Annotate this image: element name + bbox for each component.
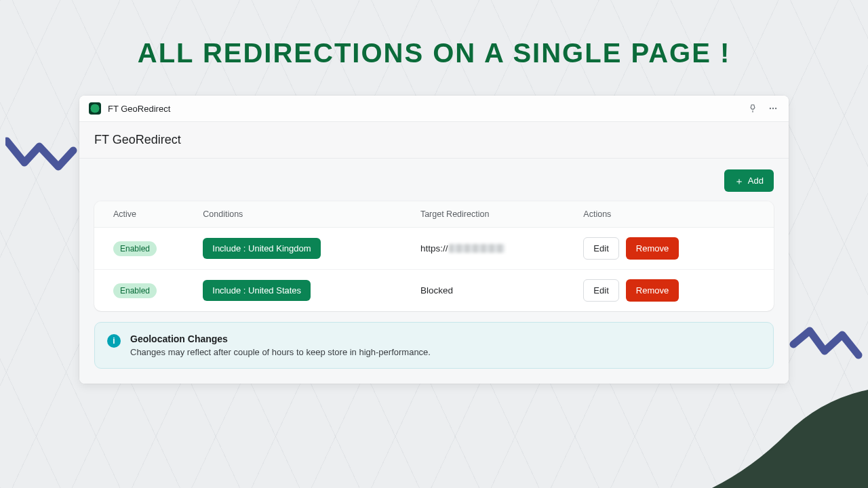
svg-point-1 (772, 108, 774, 109)
page-title: FT GeoRedirect (79, 122, 789, 159)
edit-button[interactable]: Edit (583, 279, 618, 302)
column-header-conditions: Conditions (189, 201, 407, 228)
column-header-target: Target Redirection (407, 201, 570, 228)
redirections-table-card: Active Conditions Target Redirection Act… (94, 201, 774, 311)
app-window: FT GeoRedirect FT GeoRedirect ＋ Add Acti… (79, 96, 789, 384)
remove-button[interactable]: Remove (626, 237, 679, 260)
column-header-actions: Actions (570, 201, 774, 228)
svg-point-0 (770, 108, 771, 109)
table-row: Enabled Include : United States Blocked … (94, 270, 774, 312)
svg-point-2 (775, 108, 776, 109)
target-url-obscured (449, 244, 505, 253)
condition-badge: Include : United Kingdom (203, 238, 320, 259)
redirections-table: Active Conditions Target Redirection Act… (94, 201, 774, 311)
target-url-prefix: https:// (420, 243, 448, 253)
toolbar: ＋ Add (94, 169, 774, 192)
condition-badge: Include : United States (203, 280, 311, 301)
decorative-blob (712, 386, 868, 488)
info-banner-title: Geolocation Changes (130, 333, 431, 344)
remove-button[interactable]: Remove (626, 279, 679, 302)
add-button[interactable]: ＋ Add (724, 169, 774, 192)
decorative-squiggle-right (789, 324, 864, 371)
info-icon: i (107, 334, 121, 348)
app-name: FT GeoRedirect (108, 104, 170, 114)
plus-icon: ＋ (734, 176, 744, 186)
status-badge: Enabled (113, 241, 157, 256)
edit-button[interactable]: Edit (583, 237, 618, 260)
target-value: Blocked (420, 285, 453, 296)
status-badge: Enabled (113, 283, 157, 298)
window-titlebar: FT GeoRedirect (79, 96, 789, 122)
marketing-headline: ALL REDIRECTIONS ON A SINGLE PAGE ! (0, 0, 868, 68)
app-logo (89, 102, 101, 115)
info-banner: i Geolocation Changes Changes may reflec… (94, 322, 774, 369)
info-banner-body: Changes may reflect after couple of hour… (130, 347, 431, 357)
more-icon[interactable] (767, 102, 779, 115)
add-button-label: Add (748, 176, 764, 186)
column-header-active: Active (94, 201, 189, 228)
decorative-squiggle-left (5, 127, 80, 175)
pin-icon[interactable] (747, 102, 759, 115)
table-row: Enabled Include : United Kingdom https:/… (94, 228, 774, 270)
